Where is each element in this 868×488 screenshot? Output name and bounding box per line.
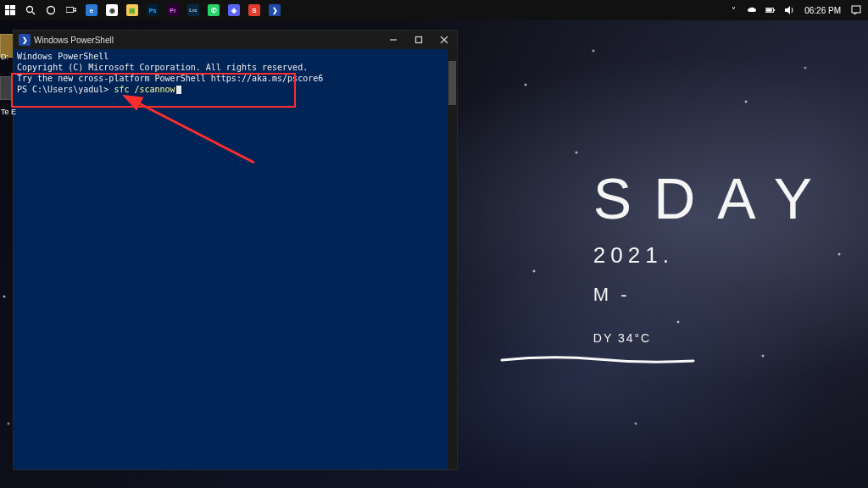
explorer-icon: ▣ (126, 4, 138, 16)
prompt-prefix: PS C:\Users\yadul> (17, 85, 114, 94)
close-button[interactable] (431, 30, 457, 49)
lightroom-icon: Lrc (187, 4, 199, 16)
terminal-scrollbar[interactable] (448, 49, 457, 469)
premiere-taskbar-item[interactable]: Pr (163, 0, 183, 20)
cortana-button[interactable] (41, 0, 61, 20)
svg-rect-8 (74, 8, 76, 9)
action-center-icon[interactable] (849, 3, 863, 17)
taskbar: e ◉ ▣ Ps Pr Lrc ✆ ◈ S ❯ ˅ 06:26 PM (0, 0, 868, 20)
svg-rect-0 (5, 5, 9, 9)
svg-rect-3 (10, 10, 15, 15)
desktop-label-te: Te E (1, 108, 16, 116)
svg-rect-7 (66, 8, 74, 13)
desktop-label-d: D: (1, 53, 8, 61)
taskview-icon (66, 5, 76, 15)
svg-rect-9 (74, 10, 76, 12)
search-button[interactable] (20, 0, 41, 20)
titlebar[interactable]: ❯ Windows PowerShell (14, 30, 457, 49)
terminal-prompt-line: PS C:\Users\yadul> sfc /scannow (17, 84, 453, 95)
svg-rect-1 (10, 5, 15, 9)
svg-point-6 (47, 7, 55, 14)
volume-tray-icon[interactable] (782, 3, 796, 17)
svg-rect-13 (852, 6, 860, 13)
premiere-icon: Pr (167, 4, 179, 16)
clock[interactable]: 06:26 PM (801, 6, 844, 15)
widget-underline (500, 352, 695, 355)
cortana-icon (46, 5, 56, 15)
window-title: Windows PowerShell (34, 36, 114, 45)
snagit-taskbar-item[interactable]: S (244, 0, 264, 20)
widget-meridiem-text: M - (593, 284, 834, 306)
terminal-body[interactable]: Windows PowerShell Copyright (C) Microso… (14, 49, 457, 469)
svg-rect-12 (766, 8, 772, 11)
snagit-icon: S (248, 4, 260, 16)
onedrive-tray-icon[interactable] (745, 3, 759, 17)
powershell-window-icon: ❯ (19, 34, 31, 46)
terminal-line-header: Windows PowerShell (17, 51, 453, 62)
minimize-button[interactable] (381, 30, 406, 49)
svg-line-5 (32, 12, 35, 14)
lightroom-taskbar-item[interactable]: Lrc (183, 0, 203, 20)
start-icon (5, 5, 15, 15)
widget-temp-text: DY 34°C (593, 331, 834, 345)
taskview-button[interactable] (61, 0, 81, 20)
window-controls (381, 30, 457, 49)
start-button[interactable] (0, 0, 20, 20)
powershell-taskbar-item[interactable]: ❯ (264, 0, 285, 20)
chrome-icon: ◉ (106, 4, 118, 16)
system-tray: ˅ 06:26 PM (726, 3, 868, 17)
typed-command: sfc /scannow (114, 85, 175, 94)
whatsapp-taskbar-item[interactable]: ✆ (203, 0, 224, 20)
svg-rect-11 (774, 9, 776, 11)
battery-tray-icon[interactable] (764, 3, 777, 17)
search-icon (25, 5, 36, 15)
powershell-window: ❯ Windows PowerShell Windows PowerShell … (13, 30, 458, 470)
photoshop-icon: Ps (147, 4, 159, 16)
widget-year-text: 2021. (593, 242, 834, 269)
desktop: e ◉ ▣ Ps Pr Lrc ✆ ◈ S ❯ ˅ 06:26 PM D: Te… (0, 0, 868, 488)
photoshop-taskbar-item[interactable]: Ps (142, 0, 163, 20)
taskbar-left: e ◉ ▣ Ps Pr Lrc ✆ ◈ S ❯ (0, 0, 285, 20)
discord-icon: ◈ (228, 4, 240, 16)
cursor (176, 86, 181, 94)
edge-taskbar-item[interactable]: e (81, 0, 102, 20)
terminal-line-try: Try the new cross-platform PowerShell ht… (17, 73, 453, 84)
tray-chevron[interactable]: ˅ (726, 3, 740, 17)
explorer-taskbar-item[interactable]: ▣ (122, 0, 142, 20)
powershell-icon: ❯ (269, 4, 281, 16)
svg-point-4 (27, 7, 33, 13)
chrome-taskbar-item[interactable]: ◉ (102, 0, 122, 20)
edge-icon: e (86, 4, 97, 16)
rainmeter-widget: SDAY 2021. M - DY 34°C (593, 169, 834, 345)
whatsapp-icon: ✆ (208, 4, 220, 16)
widget-day-text: SDAY (593, 169, 834, 227)
terminal-line-copyright: Copyright (C) Microsoft Corporation. All… (17, 62, 453, 73)
discord-taskbar-item[interactable]: ◈ (224, 0, 244, 20)
svg-rect-15 (416, 37, 422, 43)
svg-rect-2 (5, 10, 9, 15)
maximize-button[interactable] (406, 30, 431, 49)
